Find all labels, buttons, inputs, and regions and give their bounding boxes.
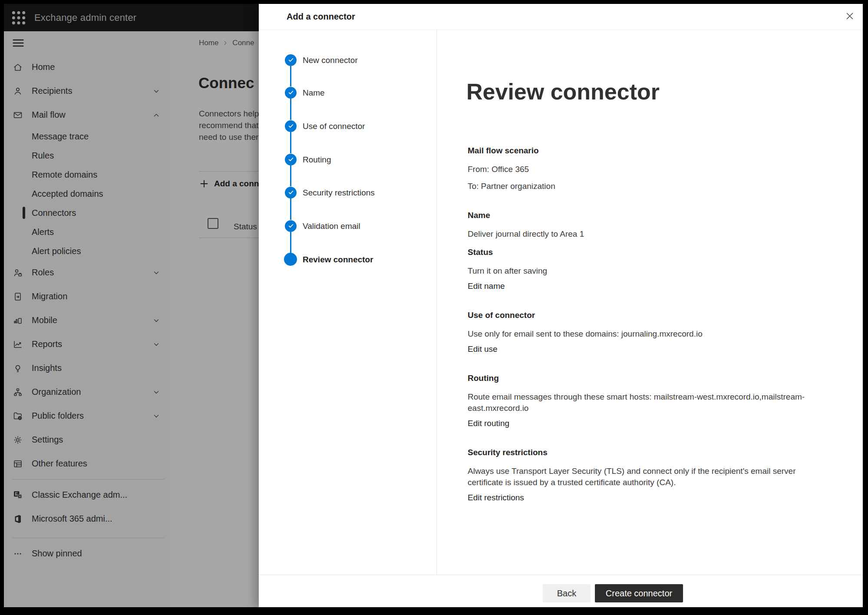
step-connector-line [290, 132, 291, 153]
review-section-security-restrictions: Security restrictionsAlways use Transpor… [468, 446, 817, 503]
edit-use-link[interactable]: Edit use [468, 344, 498, 355]
screenshot-frame: Exchange admin center HomeRecipientsMail… [0, 0, 868, 615]
wizard-steps: New connectorNameUse of connectorRouting… [259, 4, 436, 607]
section-text: Deliver journal directly to Area 1 [468, 228, 817, 240]
step-connector-line [290, 165, 291, 186]
step-connector-line [290, 232, 291, 253]
step-connector-line [290, 66, 291, 86]
close-icon[interactable] [841, 7, 858, 25]
section-text: Turn it on after saving [468, 265, 817, 277]
wizard-column-divider [436, 30, 437, 575]
edit-restrictions-link[interactable]: Edit restrictions [468, 492, 524, 503]
wizard-step-name[interactable]: Name [303, 87, 325, 99]
dialog-footer-divider [259, 575, 863, 575]
section-heading: Mail flow scenario [468, 145, 817, 157]
step-complete-check-icon [285, 120, 297, 132]
section-text: Route email messages through these smart… [468, 391, 817, 414]
section-heading: Status [468, 246, 817, 258]
step-connector-line [290, 99, 291, 120]
step-complete-check-icon [285, 220, 297, 232]
add-connector-dialog: Add a connector New connectorNameUse of … [259, 4, 863, 607]
review-sections: Mail flow scenarioFrom: Office 365To: Pa… [468, 145, 817, 503]
wizard-step-review-connector[interactable]: Review connector [303, 254, 373, 265]
review-heading: Review connector [466, 78, 660, 106]
step-connector-line [290, 198, 291, 220]
section-text: To: Partner organization [468, 181, 817, 192]
step-complete-check-icon [285, 87, 297, 99]
section-heading: Use of connector [468, 309, 817, 321]
wizard-step-new-connector[interactable]: New connector [303, 54, 358, 66]
review-section-routing: RoutingRoute email messages through thes… [468, 372, 817, 429]
section-heading: Routing [468, 372, 817, 384]
step-complete-check-icon [285, 154, 297, 165]
section-heading: Name [468, 209, 817, 222]
wizard-step-validation-email[interactable]: Validation email [303, 220, 360, 232]
review-section-status: StatusTurn it on after savingEdit name [468, 246, 817, 292]
step-complete-check-icon [285, 54, 297, 66]
section-text: From: Office 365 [468, 164, 817, 175]
wizard-step-security-restrictions[interactable]: Security restrictions [303, 187, 375, 198]
step-current-dot [284, 253, 297, 266]
edit-routing-link[interactable]: Edit routing [468, 418, 509, 429]
app-window: Exchange admin center HomeRecipientsMail… [4, 4, 863, 607]
section-text: Use only for email sent to these domains… [468, 328, 817, 340]
review-section-use-of-connector: Use of connectorUse only for email sent … [468, 309, 817, 355]
section-heading: Security restrictions [468, 446, 817, 459]
modal-dim-overlay [4, 4, 259, 607]
step-complete-check-icon [285, 187, 297, 198]
create-connector-button[interactable]: Create connector [595, 584, 683, 602]
wizard-step-routing[interactable]: Routing [303, 154, 331, 165]
review-section-mail-flow-scenario: Mail flow scenarioFrom: Office 365To: Pa… [468, 145, 817, 192]
review-section-name: NameDeliver journal directly to Area 1 [468, 209, 817, 240]
back-button[interactable]: Back [543, 584, 591, 602]
edit-name-link[interactable]: Edit name [468, 281, 505, 292]
wizard-step-use-of-connector[interactable]: Use of connector [303, 120, 365, 132]
section-text: Always use Transport Layer Security (TLS… [468, 466, 817, 488]
